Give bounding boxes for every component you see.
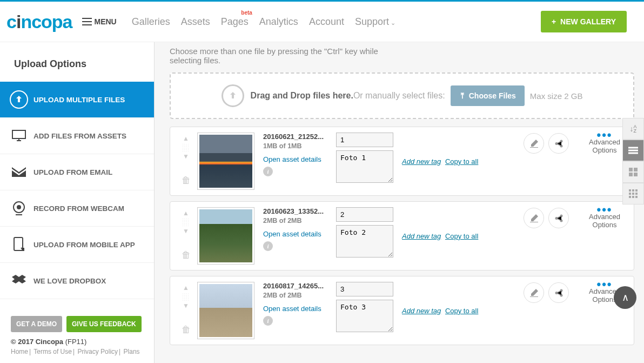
- asset-filesize: 1MB of 1MB: [263, 142, 331, 150]
- advanced-options[interactable]: ••• Advanced Options: [583, 133, 626, 154]
- get-demo-button[interactable]: GET A DEMO: [11, 316, 62, 332]
- asset-thumbnail[interactable]: [197, 282, 254, 339]
- drag-grip-icon[interactable]: ::::::::::::: [183, 143, 190, 151]
- dropzone[interactable]: Drag and Drop files here.Or manually sel…: [170, 72, 634, 119]
- upload-arrow-icon: [10, 90, 28, 109]
- sidebar-item-label: UPLOAD MULTIPLE FILES: [33, 96, 125, 104]
- sidebar-item-dropbox[interactable]: WE LOVE DROPBOX: [0, 263, 154, 299]
- copy-to-all-link[interactable]: Copy to all: [445, 307, 478, 315]
- move-bottom-icon[interactable]: ▼: [183, 153, 189, 160]
- copyright: © 2017 Cincopa (FP11): [11, 338, 143, 346]
- dots-icon: •••: [583, 207, 626, 213]
- footer-privacy[interactable]: Privacy Policy: [77, 348, 118, 355]
- feedback-button[interactable]: GIVE US FEEDBACK: [66, 316, 142, 332]
- edit-button[interactable]: [524, 282, 544, 303]
- view-grid-large-button[interactable]: [622, 161, 644, 183]
- beta-badge: beta: [241, 10, 252, 16]
- svg-point-2: [17, 205, 21, 209]
- scroll-top-button[interactable]: ∧: [614, 286, 636, 309]
- menu-label: MENU: [95, 17, 117, 26]
- svg-rect-17: [634, 168, 638, 171]
- move-top-icon[interactable]: ▲: [183, 284, 189, 292]
- order-input[interactable]: [336, 282, 393, 296]
- sidebar-item-assets[interactable]: ADD FILES FROM ASSETS: [0, 118, 154, 154]
- trash-icon[interactable]: 🗑: [182, 175, 191, 186]
- max-size-label: Max size 2 GB: [530, 91, 583, 101]
- share-button[interactable]: [548, 208, 569, 228]
- open-details-link[interactable]: Open asset details: [263, 305, 331, 313]
- upload-icon: [222, 84, 244, 107]
- asset-filesize: 2MB of 2MB: [263, 292, 331, 299]
- asset-row: ▲ :::::::::::: ▼ 🗑 20160623_13352... 2MB…: [170, 201, 634, 270]
- svg-rect-16: [629, 168, 633, 171]
- view-grid-small-button[interactable]: [622, 183, 644, 204]
- main-panel: Choose more than one file by pressing th…: [155, 42, 644, 363]
- sidebar-item-webcam[interactable]: RECORD FROM WEBCAM: [0, 190, 154, 227]
- move-top-icon[interactable]: ▲: [183, 135, 189, 142]
- move-top-icon[interactable]: ▲: [183, 209, 189, 217]
- drag-grip-icon[interactable]: ::::::::::::: [183, 293, 190, 301]
- nav-galleries[interactable]: Galleries: [132, 16, 170, 28]
- info-icon[interactable]: i: [263, 241, 273, 251]
- menu-toggle[interactable]: MENU: [82, 17, 117, 26]
- svg-rect-27: [632, 196, 634, 198]
- trash-icon[interactable]: 🗑: [182, 250, 191, 261]
- asset-thumbnail[interactable]: [197, 133, 254, 190]
- advanced-options[interactable]: ••• Advanced Options: [583, 207, 626, 229]
- sidebar: Upload Options UPLOAD MULTIPLE FILES ADD…: [0, 42, 155, 363]
- sidebar-item-upload-multiple[interactable]: UPLOAD MULTIPLE FILES: [0, 82, 154, 118]
- drag-grip-icon[interactable]: ::::::::::::: [183, 218, 190, 226]
- description-input[interactable]: Foto 2: [336, 225, 393, 258]
- sidebar-item-email[interactable]: UPLOAD FROM EMAIL: [0, 154, 154, 190]
- copy-to-all-link[interactable]: Copy to all: [445, 157, 478, 166]
- order-input[interactable]: [336, 207, 393, 222]
- share-button[interactable]: [548, 282, 569, 303]
- description-input[interactable]: Foto 3: [336, 300, 393, 332]
- hamburger-icon: [82, 18, 92, 25]
- reorder-controls: ▲ :::::::::::: ▼ 🗑: [178, 282, 194, 335]
- share-button[interactable]: [548, 133, 569, 154]
- order-input[interactable]: [336, 133, 393, 147]
- sidebar-title: Upload Options: [0, 42, 154, 82]
- nav-pages[interactable]: Pagesbeta: [221, 16, 249, 28]
- view-list-button[interactable]: [622, 140, 644, 161]
- open-details-link[interactable]: Open asset details: [263, 230, 331, 238]
- logo[interactable]: cincopa: [6, 11, 72, 32]
- nav-support[interactable]: Support⌄: [355, 16, 395, 28]
- footer-terms[interactable]: Terms of Use: [33, 348, 72, 355]
- description-input[interactable]: Foto 1: [336, 150, 393, 183]
- svg-rect-20: [629, 189, 631, 192]
- sort-alpha-button[interactable]: ↓AZ: [622, 118, 644, 140]
- sidebar-item-label: WE LOVE DROPBOX: [33, 277, 106, 285]
- sidebar-footer: GET A DEMO GIVE US FEEDBACK © 2017 Cinco…: [0, 308, 154, 363]
- envelope-icon: [10, 163, 28, 181]
- svg-rect-22: [635, 189, 638, 192]
- nav-analytics[interactable]: Analytics: [259, 16, 298, 28]
- asset-thumbnail[interactable]: [197, 207, 254, 265]
- upload-hint: Choose more than one file by pressing th…: [170, 47, 397, 72]
- choose-files-button[interactable]: ⤒Choose Files: [451, 85, 525, 106]
- move-bottom-icon[interactable]: ▼: [183, 227, 189, 235]
- sidebar-item-mobile[interactable]: UPLOAD FROM MOBILE APP: [0, 227, 154, 263]
- asset-row: ▲ :::::::::::: ▼ 🗑 20160621_21252... 1MB…: [170, 127, 634, 196]
- edit-button[interactable]: [524, 208, 544, 228]
- svg-rect-23: [629, 193, 631, 195]
- svg-rect-25: [635, 193, 638, 195]
- add-tag-link[interactable]: Add new tag: [402, 307, 441, 315]
- info-icon[interactable]: i: [263, 167, 273, 176]
- nav-account[interactable]: Account: [309, 16, 344, 28]
- open-details-link[interactable]: Open asset details: [263, 155, 331, 163]
- add-tag-link[interactable]: Add new tag: [402, 232, 441, 240]
- edit-button[interactable]: [524, 133, 544, 154]
- footer-plans[interactable]: Plans: [124, 348, 140, 355]
- trash-icon[interactable]: 🗑: [182, 325, 191, 335]
- copy-to-all-link[interactable]: Copy to all: [445, 232, 478, 240]
- phone-icon: [10, 235, 28, 254]
- add-tag-link[interactable]: Add new tag: [402, 157, 441, 166]
- new-gallery-button[interactable]: NEW GALLERY: [541, 11, 627, 32]
- move-bottom-icon[interactable]: ▼: [183, 302, 189, 309]
- info-icon[interactable]: i: [263, 316, 273, 326]
- nav-assets[interactable]: Assets: [181, 16, 210, 28]
- sidebar-item-label: ADD FILES FROM ASSETS: [33, 132, 126, 140]
- footer-home[interactable]: Home: [11, 348, 28, 355]
